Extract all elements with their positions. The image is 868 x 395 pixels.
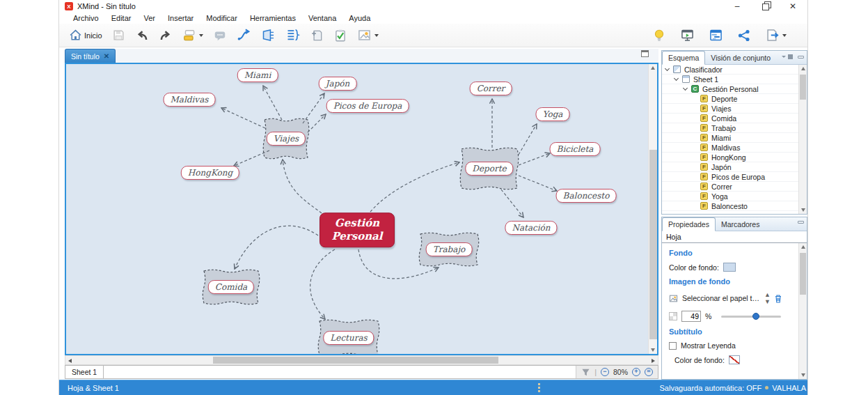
show-legend-checkbox[interactable] <box>669 342 677 350</box>
outline-item-baloncesto[interactable]: FBaloncesto <box>662 201 798 211</box>
outline-item-sheet-1[interactable]: Sheet 1 <box>662 75 798 84</box>
gantt-button[interactable] <box>709 28 723 42</box>
minimize-panel-icon[interactable] <box>798 56 804 59</box>
attach-sheet-button[interactable] <box>310 29 324 42</box>
zoom-fit-button[interactable]: = <box>645 368 653 376</box>
outline-item-gestion-personal[interactable]: CGestión Personal <box>662 84 798 94</box>
properties-scroll-down-icon[interactable] <box>801 373 805 377</box>
restore-button[interactable] <box>760 1 770 11</box>
minimize-properties-icon[interactable] <box>798 221 804 224</box>
outline-item-clasificador[interactable]: Clasificador <box>662 65 798 75</box>
slider-thumb[interactable] <box>752 313 759 320</box>
undo-button[interactable] <box>135 29 149 42</box>
canvas-vertical-scrollbar[interactable] <box>648 64 657 354</box>
scroll-up-icon[interactable] <box>651 66 655 70</box>
home-button[interactable]: Inicio <box>69 29 102 42</box>
audit-button[interactable] <box>333 29 347 42</box>
scroll-left-icon[interactable] <box>68 359 72 363</box>
wallpaper-spinner-icon[interactable]: ▲▼ <box>764 291 770 305</box>
topic-japon[interactable]: Japón <box>319 77 357 91</box>
tab-propiedades[interactable]: Propiedades <box>662 217 716 231</box>
filter-icon[interactable] <box>581 368 590 377</box>
vertical-scroll-thumb[interactable] <box>649 150 657 339</box>
tab-esquema[interactable]: Esquema <box>662 51 705 65</box>
scroll-right-icon[interactable] <box>652 359 655 363</box>
share-button[interactable] <box>737 29 751 42</box>
menu-ayuda[interactable]: Ayuda <box>342 14 377 22</box>
maximize-editor-icon[interactable] <box>641 50 649 57</box>
menu-archivo[interactable]: Archivo <box>67 14 105 22</box>
topic-hongkong[interactable]: HongKong <box>181 166 239 180</box>
outline-item-miami[interactable]: FMiami <box>662 133 798 143</box>
properties-scroll-up-icon[interactable] <box>801 245 805 249</box>
outline-item-viajes[interactable]: FViajes <box>662 104 798 114</box>
outline-item-deporte[interactable]: FDeporte <box>662 94 798 104</box>
background-color-swatch[interactable] <box>723 263 736 272</box>
save-button[interactable] <box>112 29 125 42</box>
opacity-input[interactable] <box>681 311 701 322</box>
sheet-tab[interactable]: Sheet 1 <box>65 366 104 378</box>
menu-editar[interactable]: Editar <box>105 14 138 22</box>
mindmap-canvas[interactable]: Gestión PersonalViajesDeporteComidaTraba… <box>65 63 658 355</box>
outline-scroll-down-icon[interactable] <box>801 208 805 212</box>
expand-chevron-icon[interactable] <box>674 75 679 80</box>
topic-deporte[interactable]: Deporte <box>465 162 513 176</box>
expand-chevron-icon[interactable] <box>683 85 688 90</box>
scroll-down-icon[interactable] <box>651 348 655 352</box>
view-menu-square-icon[interactable] <box>788 54 793 59</box>
canvas-horizontal-scrollbar[interactable] <box>65 355 658 365</box>
menu-herramientas[interactable]: Herramientas <box>244 14 302 22</box>
outline-item-hongkong[interactable]: FHongKong <box>662 153 798 162</box>
sheet-tab-strip[interactable] <box>104 366 576 378</box>
topic-comida[interactable]: Comida <box>208 280 254 294</box>
opacity-slider[interactable] <box>721 312 781 320</box>
relationship-button[interactable] <box>237 28 251 42</box>
legend-background-color-swatch[interactable] <box>729 355 740 364</box>
topic-bicicleta[interactable]: Bicicleta <box>550 142 601 156</box>
topic-miami[interactable]: Miami <box>237 68 278 82</box>
properties-scroll-thumb[interactable] <box>800 253 806 295</box>
topic-trabajo[interactable]: Trabajo <box>426 242 473 256</box>
tab-close-icon[interactable]: ✕ <box>104 52 109 60</box>
outline-scroll-thumb[interactable] <box>800 75 806 100</box>
outline-scrollbar[interactable] <box>798 65 807 214</box>
topic-picos[interactable]: Picos de Europa <box>326 99 409 113</box>
close-button[interactable]: ✕ <box>788 1 798 11</box>
document-tab[interactable]: Sin título ✕ <box>65 49 116 63</box>
menu-modificar[interactable]: Modificar <box>200 14 244 22</box>
outline-item-correr[interactable]: FCorrer <box>662 182 798 192</box>
topic-lecturas[interactable]: Lecturas <box>323 331 374 345</box>
topic-yoga[interactable]: Yoga <box>536 107 570 121</box>
expand-chevron-icon[interactable] <box>665 65 670 70</box>
menu-ver[interactable]: Ver <box>137 14 161 22</box>
outline-item-maldivas[interactable]: FMaldivas <box>662 143 798 153</box>
notes-button[interactable] <box>213 29 227 42</box>
topic-viajes[interactable]: Viajes <box>267 132 306 146</box>
slider-track[interactable] <box>721 316 781 318</box>
insert-topic-button[interactable] <box>182 29 203 42</box>
wallpaper-select-label[interactable]: Seleccionar el papel tapiz.... <box>682 294 760 302</box>
summary-button[interactable] <box>285 28 300 42</box>
outline-item-trabajo[interactable]: FTrabajo <box>662 123 798 133</box>
export-dropdown-caret[interactable] <box>782 34 787 37</box>
menu-ventana[interactable]: Ventana <box>302 14 342 22</box>
menu-insertar[interactable]: Insertar <box>161 14 200 22</box>
outline-item-picos-de-europa[interactable]: FPicos de Europa <box>662 172 798 182</box>
outline-scroll-up-icon[interactable] <box>801 67 805 70</box>
outline-item-yoga[interactable]: FYoga <box>662 192 798 201</box>
insert-image-button[interactable] <box>357 28 379 42</box>
topic-dropdown-caret[interactable] <box>199 34 203 37</box>
properties-scrollbar[interactable] <box>798 243 807 379</box>
topic-natacion[interactable]: Natación <box>505 221 557 235</box>
tab-vision-de-conjunto[interactable]: Visión de conjunto <box>705 52 776 64</box>
zoom-out-button[interactable]: − <box>601 368 609 376</box>
outline-item-japon[interactable]: FJapón <box>662 162 798 172</box>
tab-marcadores[interactable]: Marcadores <box>716 218 765 231</box>
idea-button[interactable] <box>652 29 666 42</box>
export-button[interactable] <box>765 28 787 42</box>
horizontal-scroll-thumb[interactable] <box>213 357 498 364</box>
topic-baloncesto[interactable]: Baloncesto <box>556 189 617 203</box>
image-dropdown-caret[interactable] <box>374 34 379 37</box>
presentation-button[interactable] <box>680 28 695 42</box>
boundary-button[interactable] <box>261 28 276 42</box>
